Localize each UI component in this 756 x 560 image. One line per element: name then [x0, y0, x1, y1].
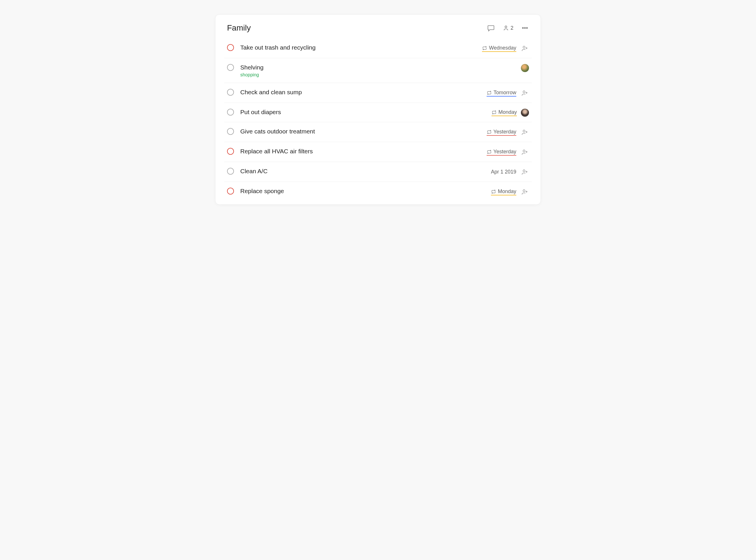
assign-button[interactable]	[520, 168, 529, 176]
task-list: Take out trash and recycling Wednesday S…	[224, 38, 532, 201]
recurring-icon	[491, 189, 496, 194]
assign-person-icon	[521, 128, 528, 136]
assign-button[interactable]	[520, 128, 529, 137]
recurring-icon	[487, 129, 492, 135]
assign-button[interactable]	[520, 89, 529, 97]
more-button[interactable]	[521, 24, 529, 32]
task-row[interactable]: Replace all HVAC air filters Yesterday	[224, 142, 532, 162]
task-body: Replace all HVAC air filters	[240, 147, 480, 155]
due-date[interactable]: Tomorrow	[487, 89, 516, 97]
svg-point-3	[526, 27, 528, 28]
assign-person-icon	[521, 188, 528, 196]
task-checkbox[interactable]	[227, 188, 234, 195]
task-row[interactable]: Replace sponge Monday	[224, 182, 532, 201]
task-row[interactable]: Shelvingshopping	[224, 58, 532, 83]
due-date[interactable]: Yesterday	[487, 149, 516, 156]
comments-button[interactable]	[487, 24, 495, 32]
recurring-icon	[487, 149, 492, 155]
svg-point-9	[523, 189, 525, 192]
svg-point-6	[523, 130, 525, 132]
recurring-icon	[491, 189, 496, 194]
assign-button[interactable]	[520, 188, 529, 196]
due-date[interactable]: Monday	[491, 188, 516, 195]
card-header: Family 2	[224, 23, 532, 38]
task-body: Replace sponge	[240, 187, 485, 195]
due-date[interactable]: Yesterday	[487, 129, 516, 136]
task-checkbox[interactable]	[227, 109, 234, 116]
due-date[interactable]: Monday	[491, 109, 517, 116]
people-button[interactable]: 2	[503, 24, 513, 32]
due-date-text: Monday	[498, 188, 516, 195]
task-body: Shelvingshopping	[240, 63, 515, 78]
task-body: Check and clean sump	[240, 88, 480, 96]
task-meta: Yesterday	[487, 148, 529, 157]
project-title: Family	[227, 23, 251, 33]
task-row[interactable]: Clean A/CApr 1 2019	[224, 162, 532, 182]
task-checkbox[interactable]	[227, 64, 234, 71]
task-meta: Tomorrow	[487, 89, 529, 97]
task-row[interactable]: Take out trash and recycling Wednesday	[224, 38, 532, 58]
assign-button[interactable]	[520, 148, 529, 157]
due-date-text: Yesterday	[493, 129, 516, 135]
task-meta	[521, 64, 529, 72]
task-body: Take out trash and recycling	[240, 43, 476, 51]
due-date[interactable]: Wednesday	[482, 45, 516, 52]
task-checkbox[interactable]	[227, 168, 234, 175]
task-title: Clean A/C	[240, 167, 485, 175]
recurring-icon	[487, 149, 492, 155]
task-row[interactable]: Check and clean sump Tomorrow	[224, 83, 532, 103]
recurring-icon	[482, 45, 487, 51]
task-meta: Wednesday	[482, 44, 529, 53]
header-actions: 2	[487, 24, 529, 32]
task-meta: Apr 1 2019	[491, 168, 529, 176]
svg-point-5	[523, 91, 525, 93]
task-body: Clean A/C	[240, 167, 485, 175]
task-checkbox[interactable]	[227, 128, 234, 135]
task-title: Give cats outdoor treatment	[240, 127, 480, 135]
task-row[interactable]: Put out diapers Monday	[224, 103, 532, 122]
task-checkbox[interactable]	[227, 148, 234, 155]
task-title: Replace sponge	[240, 187, 485, 195]
assign-button[interactable]	[520, 44, 529, 53]
people-count: 2	[511, 25, 513, 31]
task-meta: Monday	[491, 188, 529, 196]
more-horizontal-icon	[521, 24, 529, 32]
task-tag[interactable]: shopping	[240, 72, 515, 78]
chat-bubble-icon	[487, 24, 495, 32]
task-checkbox[interactable]	[227, 44, 234, 51]
due-date[interactable]: Apr 1 2019	[491, 169, 516, 176]
assign-person-icon	[521, 89, 528, 97]
assign-person-icon	[521, 168, 528, 176]
svg-point-2	[524, 27, 526, 28]
person-icon	[503, 24, 509, 32]
task-title: Put out diapers	[240, 108, 485, 116]
svg-point-1	[522, 27, 524, 28]
task-row[interactable]: Give cats outdoor treatment Yesterday	[224, 122, 532, 142]
task-body: Put out diapers	[240, 108, 485, 116]
task-checkbox[interactable]	[227, 89, 234, 96]
due-date-text: Monday	[498, 109, 517, 115]
due-date-text: Yesterday	[493, 149, 516, 155]
assignee-avatar[interactable]	[521, 109, 529, 117]
task-title: Replace all HVAC air filters	[240, 147, 480, 155]
task-meta: Monday	[491, 109, 529, 117]
recurring-icon	[487, 129, 492, 135]
recurring-icon	[491, 110, 497, 115]
task-title: Check and clean sump	[240, 88, 480, 96]
recurring-icon	[482, 45, 487, 51]
due-date-text: Apr 1 2019	[491, 169, 516, 175]
project-card: Family 2 Take out trash and recycling We…	[215, 15, 541, 205]
due-date-text: Wednesday	[489, 45, 516, 51]
recurring-icon	[487, 90, 492, 95]
task-body: Give cats outdoor treatment	[240, 127, 480, 135]
svg-point-7	[523, 150, 525, 152]
assign-person-icon	[521, 45, 528, 52]
due-date-text: Tomorrow	[493, 89, 516, 96]
svg-point-4	[523, 46, 525, 48]
assignee-avatar[interactable]	[521, 64, 529, 72]
recurring-icon	[487, 90, 492, 95]
recurring-icon	[491, 110, 497, 115]
task-title: Shelving	[240, 63, 515, 71]
svg-point-0	[505, 26, 507, 28]
svg-point-8	[523, 170, 525, 172]
